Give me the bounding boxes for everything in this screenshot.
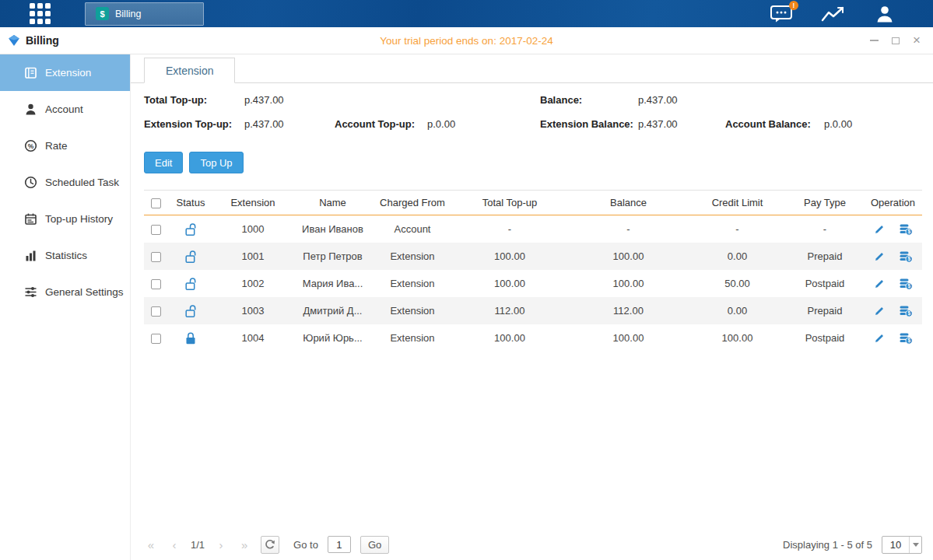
bar-chart-icon [24, 249, 37, 262]
column-header-total-topup: Total Top-up [451, 197, 568, 208]
sidebar-item-topup-history[interactable]: Top-up History [0, 201, 130, 237]
svg-text:$: $ [907, 310, 910, 317]
summary-panel: Total Top-up: p.437.00 Balance: p.437.00… [144, 88, 922, 136]
table-row: 1000 Иван Иванов Account - - - - $ [144, 215, 922, 243]
top-up-record-icon[interactable]: $ [899, 305, 913, 317]
cell-credit-limit: 100.00 [689, 332, 786, 344]
edit-icon[interactable] [874, 332, 886, 344]
top-up-record-icon[interactable]: $ [899, 223, 913, 236]
cell-credit-limit: 50.00 [689, 278, 786, 289]
cell-total-topup: 100.00 [451, 250, 568, 262]
edit-button[interactable]: Edit [144, 152, 183, 173]
sidebar-item-statistics[interactable]: Statistics [0, 237, 130, 274]
reports-button[interactable] [821, 5, 846, 23]
page-size-select[interactable]: 10 [882, 536, 922, 554]
calendar-icon [24, 212, 37, 226]
summary-label: Balance: [540, 94, 638, 106]
top-up-record-icon[interactable]: $ [899, 250, 913, 263]
edit-icon[interactable] [874, 223, 886, 235]
tab-extension[interactable]: Extension [144, 58, 235, 83]
apps-grid-icon[interactable] [30, 3, 51, 24]
edit-icon[interactable] [874, 278, 886, 289]
cell-credit-limit: 0.00 [689, 250, 786, 262]
row-checkbox[interactable] [151, 334, 161, 344]
cell-name: Мария Ива... [292, 278, 374, 289]
close-button[interactable]: × [913, 35, 921, 46]
minimize-button[interactable] [870, 35, 879, 46]
row-checkbox[interactable] [151, 252, 161, 262]
page-size-value: 10 [882, 539, 909, 551]
row-checkbox[interactable] [151, 279, 161, 289]
sidebar-item-label: Statistics [45, 250, 87, 261]
table-row: 1003 Дмитрий Д... Extension 112.00 112.0… [144, 297, 922, 324]
status-lock-icon[interactable] [167, 250, 214, 264]
table-row: 1001 Петр Петров Extension 100.00 100.00… [144, 243, 922, 270]
cell-name: Петр Петров [292, 250, 374, 262]
notification-badge: ! [789, 1, 798, 10]
cell-pay-type: Postpaid [786, 332, 864, 344]
column-header-name: Name [292, 197, 374, 208]
cell-operation: $ [864, 332, 922, 345]
first-page-button[interactable]: « [144, 538, 158, 551]
next-page-button[interactable]: › [214, 538, 228, 551]
cell-pay-type: Prepaid [786, 305, 864, 317]
clock-icon [24, 176, 37, 189]
maximize-button[interactable] [892, 35, 900, 46]
top-up-button[interactable]: Top Up [189, 152, 243, 173]
select-all-checkbox[interactable] [151, 198, 161, 208]
status-lock-icon[interactable] [167, 304, 214, 318]
sliders-icon [24, 285, 37, 299]
cell-total-topup: 100.00 [451, 332, 568, 344]
status-lock-icon[interactable] [167, 222, 214, 236]
cell-balance: 100.00 [568, 332, 689, 344]
svg-text:$: $ [907, 256, 910, 262]
sidebar-item-rate[interactable]: % Rate [0, 128, 130, 164]
row-checkbox[interactable] [151, 306, 161, 317]
top-up-record-icon[interactable]: $ [899, 332, 913, 345]
topbar-tab-label: Billing [115, 9, 141, 19]
edit-icon[interactable] [874, 305, 886, 317]
table-row: 1004 Юрий Юрь... Extension 100.00 100.00… [144, 324, 922, 352]
prev-page-button[interactable]: ‹ [167, 538, 181, 551]
summary-label: Account Balance: [725, 118, 824, 130]
summary-value: p.437.00 [244, 118, 335, 130]
sidebar-item-label: Extension [45, 67, 91, 79]
chat-button[interactable]: ! [770, 5, 793, 23]
column-header-credit-limit: Credit Limit [689, 197, 786, 208]
summary-value: p.0.00 [427, 118, 540, 130]
row-checkbox[interactable] [151, 225, 161, 235]
line-chart-icon [821, 5, 846, 23]
goto-page-input[interactable] [328, 536, 351, 553]
rate-icon: % [24, 139, 37, 152]
status-lock-icon[interactable] [167, 277, 214, 291]
cell-charged-from: Account [374, 223, 451, 235]
status-lock-icon[interactable] [167, 331, 214, 345]
go-button[interactable]: Go [360, 536, 389, 554]
sidebar-item-extension[interactable]: Extension [0, 54, 130, 91]
sidebar-item-label: Scheduled Task [45, 177, 119, 188]
main-content: Extension Total Top-up: p.437.00 Balance… [131, 54, 933, 560]
titlebar: Billing Your trial period ends on: 2017-… [0, 27, 933, 54]
action-buttons: Edit Top Up [144, 152, 922, 173]
summary-value: p.0.00 [824, 118, 922, 130]
account-button[interactable] [874, 5, 896, 23]
sidebar-item-scheduled-task[interactable]: Scheduled Task [0, 164, 130, 201]
sidebar-item-general-settings[interactable]: General Settings [0, 274, 130, 310]
sidebar-item-account[interactable]: Account [0, 91, 130, 128]
summary-value: p.437.00 [638, 94, 725, 106]
top-up-record-icon[interactable]: $ [899, 278, 913, 290]
cell-extension: 1003 [214, 305, 292, 317]
cell-balance: 100.00 [568, 250, 689, 262]
last-page-button[interactable]: » [237, 538, 251, 551]
column-header-charged-from: Charged From [374, 197, 451, 208]
tab-bar: Extension [131, 54, 933, 83]
edit-icon[interactable] [874, 250, 886, 262]
extensions-table: Status Extension Name Charged From Total… [144, 190, 922, 352]
topbar-tab-billing[interactable]: $ Billing [85, 2, 204, 26]
refresh-button[interactable] [261, 536, 279, 554]
column-header-balance: Balance [568, 197, 689, 208]
sidebar-item-label: Account [45, 103, 83, 115]
cell-charged-from: Extension [374, 278, 451, 289]
billing-dollar-icon: $ [96, 7, 109, 20]
summary-label: Account Top-up: [335, 118, 427, 130]
